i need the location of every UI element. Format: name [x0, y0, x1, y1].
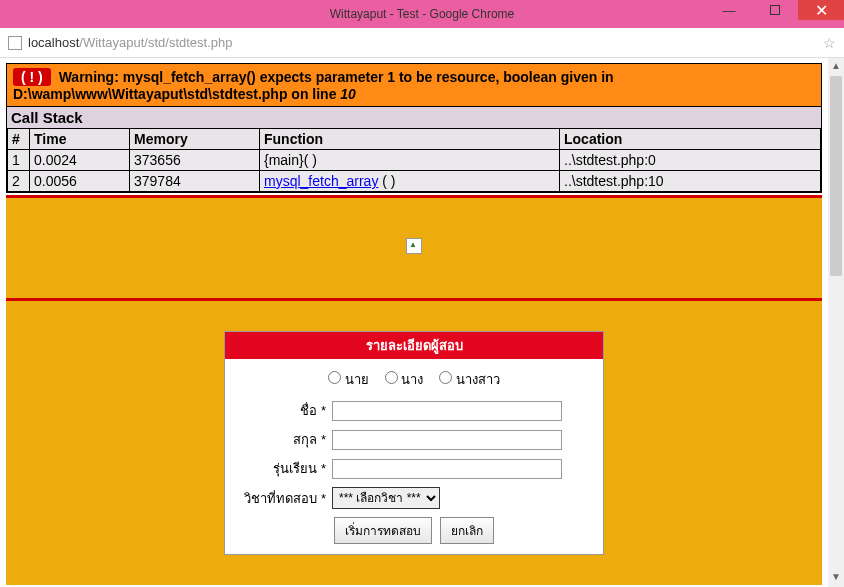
error-message: ( ! ) Warning: mysql_fetch_array() expec…	[7, 64, 821, 106]
batch-label: รุ่นเรียน *	[237, 458, 332, 479]
cell-time: 0.0024	[30, 150, 130, 171]
function-link[interactable]: mysql_fetch_array	[264, 173, 378, 189]
url-path: /Wittayaput/std/stdtest.php	[79, 35, 232, 50]
table-header-row: # Time Memory Function Location	[8, 129, 821, 150]
name-label: ชื่อ *	[237, 400, 332, 421]
url-domain: localhost	[28, 35, 79, 50]
radio-miss[interactable]: นางสาว	[439, 372, 500, 387]
broken-image-icon	[406, 238, 422, 254]
table-row: 1 0.0024 373656 {main}( ) ..\stdtest.php…	[8, 150, 821, 171]
radio-mr-input[interactable]	[328, 371, 341, 384]
cell-location: ..\stdtest.php:10	[560, 171, 821, 192]
scrollbar-thumb[interactable]	[830, 76, 842, 276]
form-header: รายละเอียดผู้สอบ	[225, 332, 603, 359]
page-content: ( ! ) Warning: mysql_fetch_array() expec…	[0, 58, 844, 587]
window-titlebar: Wittayaput - Test - Google Chrome — ✕	[0, 0, 844, 28]
test-form: รายละเอียดผู้สอบ นาย นาง นางสาว ชื่อ * ส…	[224, 331, 604, 555]
cell-location: ..\stdtest.php:0	[560, 150, 821, 171]
col-num-header: #	[8, 129, 30, 150]
col-function-header: Function	[260, 129, 560, 150]
col-location-header: Location	[560, 129, 821, 150]
error-text: Warning: mysql_fetch_array() expects par…	[13, 69, 614, 102]
subject-label: วิชาที่ทดสอบ *	[237, 488, 332, 509]
close-button[interactable]: ✕	[798, 0, 844, 20]
surname-input[interactable]	[332, 430, 562, 450]
name-row: ชื่อ *	[237, 400, 591, 421]
scrollbar[interactable]: ▲ ▼	[828, 58, 844, 587]
cell-time: 0.0056	[30, 171, 130, 192]
banner-section	[6, 195, 822, 298]
surname-row: สกุล *	[237, 429, 591, 450]
minimize-button[interactable]: —	[706, 0, 752, 20]
form-body: นาย นาง นางสาว ชื่อ * สกุล * รุ่นเรียน *	[225, 359, 603, 554]
cancel-button[interactable]: ยกเลิก	[440, 517, 494, 544]
url-text: localhost/Wittayaput/std/stdtest.php	[28, 35, 233, 50]
page-icon	[8, 36, 22, 50]
col-memory-header: Memory	[130, 129, 260, 150]
start-test-button[interactable]: เริ่มการทดสอบ	[334, 517, 432, 544]
scroll-down-icon[interactable]: ▼	[831, 571, 841, 585]
bookmark-icon[interactable]: ☆	[823, 35, 836, 51]
batch-row: รุ่นเรียน *	[237, 458, 591, 479]
address-bar[interactable]: localhost/Wittayaput/std/stdtest.php ☆	[0, 28, 844, 58]
radio-miss-input[interactable]	[439, 371, 452, 384]
warning-icon: ( ! )	[13, 68, 51, 86]
cell-function: {main}( )	[260, 150, 560, 171]
cell-memory: 379784	[130, 171, 260, 192]
radio-mr[interactable]: นาย	[328, 372, 369, 387]
cell-memory: 373656	[130, 150, 260, 171]
surname-label: สกุล *	[237, 429, 332, 450]
error-line-number: 10	[340, 86, 356, 102]
subject-row: วิชาที่ทดสอบ * *** เลือกวิชา ***	[237, 487, 591, 509]
subject-select[interactable]: *** เลือกวิชา ***	[332, 487, 440, 509]
cell-num: 1	[8, 150, 30, 171]
callstack-table: # Time Memory Function Location 1 0.0024…	[7, 128, 821, 192]
batch-input[interactable]	[332, 459, 562, 479]
form-section: รายละเอียดผู้สอบ นาย นาง นางสาว ชื่อ * ส…	[6, 298, 822, 585]
table-row: 2 0.0056 379784 mysql_fetch_array ( ) ..…	[8, 171, 821, 192]
cell-function: mysql_fetch_array ( )	[260, 171, 560, 192]
callstack-title: Call Stack	[7, 106, 821, 128]
window-controls: — ✕	[706, 0, 844, 20]
cell-num: 2	[8, 171, 30, 192]
scroll-up-icon[interactable]: ▲	[831, 60, 841, 74]
name-input[interactable]	[332, 401, 562, 421]
php-error-box: ( ! ) Warning: mysql_fetch_array() expec…	[6, 63, 822, 193]
col-time-header: Time	[30, 129, 130, 150]
radio-mrs[interactable]: นาง	[385, 372, 424, 387]
radio-mrs-input[interactable]	[385, 371, 398, 384]
title-radio-row: นาย นาง นางสาว	[237, 369, 591, 390]
maximize-button[interactable]	[752, 0, 798, 20]
button-row: เริ่มการทดสอบ ยกเลิก	[237, 517, 591, 544]
window-title: Wittayaput - Test - Google Chrome	[330, 7, 515, 21]
